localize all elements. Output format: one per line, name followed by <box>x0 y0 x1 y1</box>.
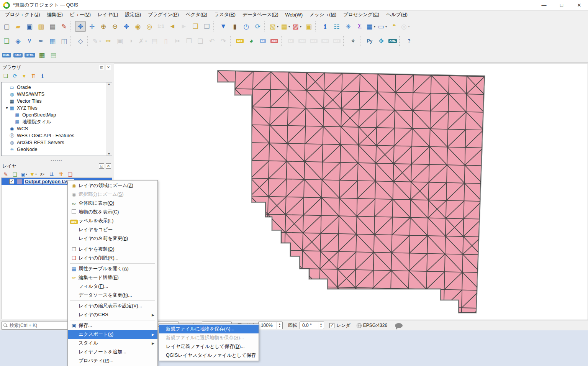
map-canvas[interactable] <box>114 64 588 320</box>
menu-item-レイヤの領域にズーム[interactable]: ◉レイヤの領域にズーム(Z) <box>68 181 157 190</box>
properties-info-button[interactable]: ℹ <box>38 72 47 80</box>
layers-float-button[interactable]: ◱ <box>99 163 104 169</box>
dropdown-arrow-icon[interactable]: ▼ <box>288 25 291 28</box>
menu-item-スタイル[interactable]: スタイル▶ <box>68 339 157 348</box>
collapse-all-button[interactable]: ⇈ <box>29 72 38 80</box>
minimize-button[interactable]: — <box>535 0 553 10</box>
identify-features-button[interactable]: ℹ <box>320 21 331 32</box>
layer-visibility-checkbox[interactable]: ✓ <box>9 179 14 184</box>
qgis2web-button[interactable]: ▤ <box>48 50 59 61</box>
osm-place-search-button[interactable]: ✥ <box>376 36 387 46</box>
refresh-browser-button[interactable]: ⟳ <box>11 72 19 80</box>
new-geopackage-layer-button[interactable]: ✒ <box>36 36 46 46</box>
new-3d-map-view-button[interactable]: ❒ <box>201 21 212 32</box>
metasearch-button[interactable]: ⌖ <box>348 36 359 46</box>
crs-status[interactable]: EPSG:4326 <box>363 323 387 328</box>
zoom-to-selection-button[interactable]: ◉ <box>133 21 143 32</box>
menu-item-全体図に表示[interactable]: ∞全体図に表示(O) <box>68 199 157 208</box>
open-data-source-manager-button[interactable]: ❏ <box>1 36 12 46</box>
zoom-out-button[interactable]: ⊖ <box>110 21 120 32</box>
menu-Web[interactable]: Web(W) <box>282 11 306 19</box>
menu-データベース[interactable]: データベース(D) <box>239 10 282 19</box>
menu-設定[interactable]: 設定(S) <box>121 10 144 19</box>
map-tips-button[interactable]: ❝ <box>389 21 400 32</box>
new-mesh-layer-button[interactable]: ◫ <box>59 36 69 46</box>
save-project-button[interactable]: ▣ <box>24 21 35 32</box>
dropdown-arrow-icon[interactable]: ▼ <box>300 25 302 28</box>
menu-プラグイン[interactable]: プラグイン(P) <box>144 10 182 19</box>
html-export-button[interactable]: HTML <box>24 50 36 61</box>
browser-close-button[interactable]: ✕ <box>106 65 111 70</box>
dropdown-arrow-icon[interactable]: ▼ <box>99 40 102 43</box>
dropdown-arrow-icon[interactable]: ▼ <box>408 25 410 28</box>
scroll-down-icon[interactable]: ▼ <box>108 152 111 156</box>
zoom-in-button[interactable]: ⊕ <box>98 21 109 32</box>
toggle-editing-button[interactable]: ✏ <box>103 36 114 46</box>
zoom-full-extent-button[interactable]: ✥ <box>121 21 132 32</box>
menu-item-編集モード切替[interactable]: ✏編集モード切替(E) <box>68 273 157 282</box>
dropdown-arrow-icon[interactable]: ▼ <box>145 40 147 43</box>
menu-item-フィルタ[interactable]: フィルタ(F)... <box>68 282 157 291</box>
show-bookmarks-button[interactable]: ▮ <box>229 21 240 32</box>
kml-export-button[interactable]: KML <box>1 50 12 61</box>
dock-splitter[interactable]: •••••• <box>0 159 113 162</box>
menu-ビュー[interactable]: ビュー(V) <box>66 10 94 19</box>
browser-item-geonode[interactable]: ✳GeoNode <box>2 146 112 153</box>
expander-icon[interactable]: ▼ <box>5 106 9 110</box>
menu-item-レイヤ定義ファイルとして保存[interactable]: レイヤ定義ファイルとして保存(D)... <box>159 342 259 351</box>
menu-item-属性テーブルを開く[interactable]: ▦属性テーブルを開く(A) <box>68 264 157 273</box>
browser-item-xyz-tiles[interactable]: ▼▦XYZ Tiles <box>2 105 112 112</box>
temporal-controller-button[interactable]: ◷ <box>241 21 252 32</box>
menu-item-レイヤのCRS[interactable]: レイヤのCRS▶ <box>68 310 157 319</box>
magnifier-spinner[interactable]: 100% ▲▼ <box>258 322 283 329</box>
browser-item-wcs[interactable]: ◉WCS <box>2 125 112 132</box>
rotation-spin-arrows-icon[interactable]: ▲▼ <box>318 322 324 329</box>
menu-item-レイヤをコピー[interactable]: レイヤをコピー <box>68 225 157 234</box>
menu-編集[interactable]: 編集(E) <box>43 10 66 19</box>
menu-item-保存[interactable]: ▣保存... <box>68 321 157 330</box>
pin-labels-button[interactable]: ab <box>257 36 268 46</box>
add-vector-layer-button[interactable]: ◈ <box>13 36 23 46</box>
new-shapefile-layer-button[interactable]: V <box>24 36 35 46</box>
new-spatial-bookmark-button[interactable]: ▼ <box>218 21 229 32</box>
zoom-to-layer-button[interactable]: ◎ <box>144 21 155 32</box>
menu-item-エクスポート[interactable]: エクスポート(x)▶ <box>68 330 157 339</box>
statistical-summary-button[interactable]: ☷ <box>331 21 342 32</box>
menu-item-QGISレイヤスタイルファイルとして保存[interactable]: QGISレイヤスタイルファイルとして保存(Q)... <box>159 351 259 360</box>
menu-item-レイヤの縮尺表示を設定[interactable]: レイヤの縮尺表示を設定(V)... <box>68 302 157 310</box>
browser-item-vector-tiles[interactable]: ▦Vector Tiles <box>2 98 112 105</box>
lat-lon-tools-button[interactable]: ▦ <box>36 50 47 61</box>
help-contents-button[interactable]: ? <box>404 36 414 46</box>
deselect-features-button[interactable]: ▨▼ <box>292 21 303 32</box>
open-attribute-table-button[interactable]: ▦▼ <box>366 21 377 32</box>
dropdown-arrow-icon[interactable]: ▼ <box>277 25 279 28</box>
open-project-button[interactable]: ▰ <box>13 21 23 32</box>
menu-item-プロパティ[interactable]: プロパティ(P)... <box>68 356 157 365</box>
browser-item-wfs-ogc-api-features[interactable]: ⓋWFS / OGC API - Features <box>2 132 112 139</box>
menu-プロセシング[interactable]: プロセシング(C) <box>340 10 383 19</box>
processing-toolbox-button[interactable]: ✳ <box>343 21 354 32</box>
menu-item-レイヤの名前を変更[interactable]: レイヤの名前を変更(n) <box>68 234 157 243</box>
select-by-location-button[interactable]: ▣ <box>303 21 314 32</box>
browser-item-openstreetmap[interactable]: ▦OpenStreetMap <box>2 112 112 118</box>
browser-item-oracle[interactable]: ▭Oracle <box>2 84 112 91</box>
messages-icon[interactable] <box>395 323 403 328</box>
magnifier-spin-arrows-icon[interactable]: ▲▼ <box>277 322 282 329</box>
rotation-spinner[interactable]: 0.0 ° ▲▼ <box>300 322 324 329</box>
python-console-button[interactable]: Py <box>364 36 375 46</box>
menu-item-データソースを変更[interactable]: データソースを変更(h)... <box>68 291 157 300</box>
scroll-up-icon[interactable]: ▲ <box>108 82 111 86</box>
dropdown-arrow-icon[interactable]: ▼ <box>373 25 376 28</box>
select-by-value-button[interactable]: ▤▼ <box>280 21 291 32</box>
browser-item-arcgis-rest-servers[interactable]: ◍ArcGIS REST Servers <box>2 139 112 146</box>
show-statistics-button[interactable]: Σ <box>354 21 365 32</box>
new-virtual-layer-button[interactable]: ▦ <box>47 36 58 46</box>
highlight-pinned-labels-button[interactable]: abc <box>269 36 280 46</box>
menu-メッシュ[interactable]: メッシュ(M) <box>306 10 340 19</box>
browser-item-wms-wmts[interactable]: ◍WMS/WMTS <box>2 91 112 98</box>
select-features-button[interactable]: ▧▼ <box>269 21 280 32</box>
menu-item-ラベルを表示[interactable]: abcラベルを表示(L) <box>68 217 157 225</box>
browser-item--[interactable]: ▦地理院タイル <box>2 118 112 125</box>
dropdown-arrow-icon[interactable]: ▼ <box>385 25 388 28</box>
render-checkbox[interactable]: ✓ <box>329 323 334 328</box>
